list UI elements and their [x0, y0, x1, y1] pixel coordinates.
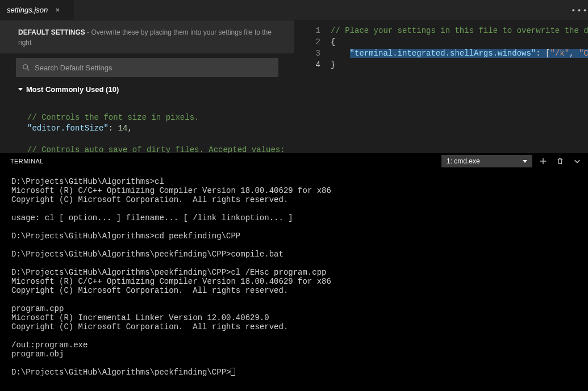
tab-bar: settings.json × • • • — [0, 0, 588, 20]
code-punc: { — [331, 37, 335, 47]
editor-split: DEFAULT SETTINGS - Overwrite these by pl… — [0, 20, 588, 153]
search-placeholder: Search Default Settings — [35, 64, 112, 72]
panel-title-bar: TERMINAL 1: cmd.exe — [0, 153, 588, 169]
hide-panel-button[interactable] — [571, 155, 583, 167]
overflow-menu-button[interactable]: • • • — [571, 0, 588, 20]
code-comment: // Place your settings in this file to o… — [331, 26, 588, 35]
chevron-down-icon — [18, 88, 23, 91]
chevron-down-icon — [573, 157, 581, 165]
new-terminal-button[interactable] — [537, 155, 549, 167]
code-key: "editor.fontSize" — [27, 124, 109, 133]
tab-title: settings.json — [7, 6, 48, 14]
terminal-cursor — [231, 368, 235, 376]
line-number: 1 — [294, 25, 320, 36]
line-number: 2 — [294, 36, 320, 48]
default-settings-pane: DEFAULT SETTINGS - Overwrite these by pl… — [0, 20, 294, 153]
code-string: "/k" — [550, 49, 569, 58]
terminal-output[interactable]: D:\Projects\GitHub\Algorithms>cl Microso… — [0, 169, 588, 391]
chevron-down-icon — [523, 160, 527, 163]
code-punc: , — [127, 124, 132, 133]
section-title: Most Commonly Used (10) — [26, 85, 119, 94]
line-number-gutter: 1 2 3 4 — [294, 20, 331, 153]
kill-terminal-button[interactable] — [554, 155, 566, 167]
close-icon[interactable]: × — [52, 6, 62, 14]
code-punc: , — [569, 49, 579, 58]
user-settings-editor[interactable]: 1 2 3 4 // Place your settings in this f… — [294, 20, 588, 153]
terminal-panel: TERMINAL 1: cmd.exe D:\Projects\GitHub\A… — [0, 153, 588, 391]
search-input[interactable]: Search Default Settings — [16, 58, 278, 77]
code-string: "C:\\P — [579, 49, 588, 58]
code-punc: : — [536, 49, 545, 58]
trash-icon — [556, 157, 564, 165]
tab-settings-json[interactable]: settings.json × — [0, 0, 74, 20]
terminal-select[interactable]: 1: cmd.exe — [441, 155, 532, 167]
code-punc: } — [331, 60, 335, 69]
tab-group: settings.json × — [0, 0, 74, 20]
panel-title: TERMINAL — [10, 158, 44, 165]
code-comment: // Controls the font size in pixels. — [27, 113, 199, 122]
code-key: "terminal.integrated.shellArgs.windows" — [350, 49, 536, 58]
panel-actions: 1: cmd.exe — [441, 155, 583, 167]
editor-content[interactable]: // Place your settings in this file to o… — [331, 20, 588, 153]
code-number: 14 — [118, 124, 128, 133]
section-most-common[interactable]: Most Commonly Used (10) — [0, 83, 294, 97]
terminal-select-label: 1: cmd.exe — [447, 157, 480, 165]
svg-point-0 — [23, 65, 28, 69]
code-comment: // Controls auto save of dirty files. Ac… — [27, 145, 285, 153]
default-settings-header: DEFAULT SETTINGS - Overwrite these by pl… — [0, 20, 294, 53]
default-settings-title: DEFAULT SETTINGS — [18, 28, 85, 36]
ellipsis-icon: • • • — [572, 6, 587, 14]
search-wrap: Search Default Settings — [0, 53, 294, 83]
line-number: 4 — [294, 59, 320, 70]
code-punc: : — [109, 124, 118, 133]
default-settings-code[interactable]: // Controls the font size in pixels. "ed… — [0, 97, 294, 153]
svg-line-1 — [27, 69, 29, 70]
search-icon — [22, 64, 30, 72]
line-number: 3 — [294, 48, 320, 59]
plus-icon — [539, 157, 547, 165]
